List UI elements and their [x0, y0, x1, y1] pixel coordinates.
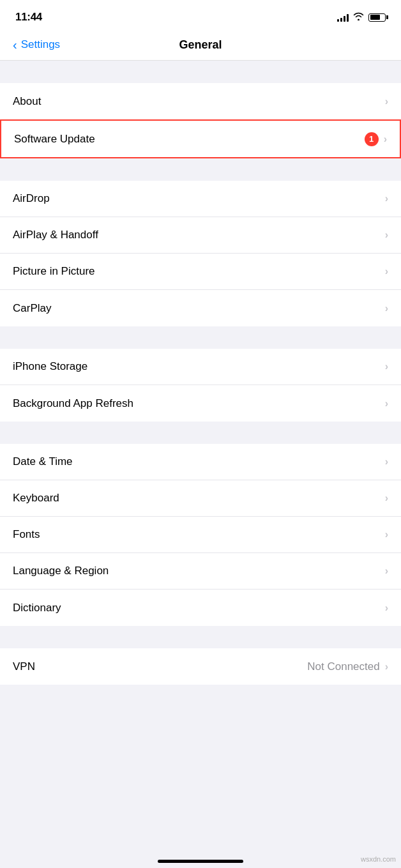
keyboard-right: ›: [385, 492, 388, 504]
status-bar: 11:44: [0, 0, 401, 32]
software-update-badge: 1: [365, 132, 379, 146]
fonts-right: ›: [385, 529, 388, 540]
language-region-label: Language & Region: [13, 565, 109, 577]
about-label: About: [13, 95, 41, 108]
battery-icon: [368, 13, 386, 22]
settings-group-3: iPhone Storage › Background App Refresh …: [0, 349, 401, 422]
date-time-label: Date & Time: [13, 455, 73, 468]
dictionary-chevron-icon: ›: [385, 602, 388, 614]
vpn-value: Not Connected: [307, 660, 379, 673]
carplay-chevron-icon: ›: [385, 303, 388, 314]
carplay-right: ›: [385, 303, 388, 314]
fonts-chevron-icon: ›: [385, 529, 388, 540]
software-update-chevron-icon: ›: [384, 133, 387, 145]
bottom-spacer: [0, 685, 401, 736]
iphone-storage-label: iPhone Storage: [13, 360, 87, 373]
vpn-right: Not Connected ›: [307, 660, 388, 673]
software-update-label: Software Update: [14, 133, 95, 146]
back-button[interactable]: ‹ Settings: [13, 38, 60, 51]
language-region-right: ›: [385, 565, 388, 577]
keyboard-label: Keyboard: [13, 492, 59, 505]
airdrop-chevron-icon: ›: [385, 193, 388, 204]
iphone-storage-right: ›: [385, 361, 388, 372]
about-right: ›: [385, 96, 388, 107]
date-time-item[interactable]: Date & Time ›: [0, 444, 401, 480]
airdrop-item[interactable]: AirDrop ›: [0, 181, 401, 217]
language-region-chevron-icon: ›: [385, 565, 388, 577]
airplay-handoff-label: AirPlay & Handoff: [13, 229, 98, 241]
wifi-icon: [353, 12, 364, 22]
settings-group-1: About ›: [0, 83, 401, 119]
page-title: General: [179, 38, 222, 52]
status-icons: [337, 12, 386, 22]
section-gap-1: [0, 61, 401, 83]
picture-in-picture-right: ›: [385, 266, 388, 277]
picture-in-picture-item[interactable]: Picture in Picture ›: [0, 254, 401, 290]
settings-group-4: Date & Time › Keyboard › Fonts › Languag…: [0, 444, 401, 626]
background-app-refresh-right: ›: [385, 398, 388, 409]
vpn-chevron-icon: ›: [385, 661, 388, 673]
home-indicator: [158, 860, 243, 863]
airdrop-right: ›: [385, 193, 388, 204]
dictionary-right: ›: [385, 602, 388, 614]
about-item[interactable]: About ›: [0, 83, 401, 119]
iphone-storage-item[interactable]: iPhone Storage ›: [0, 349, 401, 385]
section-gap-2: [0, 158, 401, 181]
language-region-item[interactable]: Language & Region ›: [0, 553, 401, 590]
back-label: Settings: [21, 38, 60, 51]
picture-in-picture-chevron-icon: ›: [385, 266, 388, 277]
about-chevron-icon: ›: [385, 96, 388, 107]
picture-in-picture-label: Picture in Picture: [13, 265, 95, 278]
background-app-refresh-label: Background App Refresh: [13, 397, 133, 410]
signal-icon: [337, 13, 349, 22]
airplay-handoff-chevron-icon: ›: [385, 229, 388, 241]
vpn-item[interactable]: VPN Not Connected ›: [0, 648, 401, 685]
section-gap-3: [0, 326, 401, 349]
date-time-chevron-icon: ›: [385, 456, 388, 468]
nav-bar: ‹ Settings General: [0, 32, 401, 61]
airplay-handoff-item[interactable]: AirPlay & Handoff ›: [0, 217, 401, 254]
status-time: 11:44: [15, 11, 42, 24]
section-gap-4: [0, 422, 401, 444]
fonts-label: Fonts: [13, 528, 40, 541]
settings-group-2: AirDrop › AirPlay & Handoff › Picture in…: [0, 181, 401, 326]
dictionary-label: Dictionary: [13, 602, 61, 614]
carplay-label: CarPlay: [13, 302, 51, 315]
software-update-item[interactable]: Software Update 1 ›: [1, 121, 400, 157]
airdrop-label: AirDrop: [13, 192, 50, 205]
software-update-group: Software Update 1 ›: [0, 119, 401, 158]
section-gap-5: [0, 626, 401, 648]
keyboard-chevron-icon: ›: [385, 492, 388, 504]
background-app-refresh-chevron-icon: ›: [385, 398, 388, 409]
fonts-item[interactable]: Fonts ›: [0, 517, 401, 553]
settings-group-5: VPN Not Connected ›: [0, 648, 401, 685]
iphone-storage-chevron-icon: ›: [385, 361, 388, 372]
vpn-label: VPN: [13, 660, 35, 673]
carplay-item[interactable]: CarPlay ›: [0, 290, 401, 326]
watermark: wsxdn.com: [361, 855, 396, 863]
back-chevron-icon: ‹: [13, 38, 17, 51]
date-time-right: ›: [385, 456, 388, 468]
keyboard-item[interactable]: Keyboard ›: [0, 480, 401, 517]
airplay-handoff-right: ›: [385, 229, 388, 241]
background-app-refresh-item[interactable]: Background App Refresh ›: [0, 385, 401, 422]
dictionary-item[interactable]: Dictionary ›: [0, 590, 401, 626]
software-update-right: 1 ›: [365, 132, 387, 146]
